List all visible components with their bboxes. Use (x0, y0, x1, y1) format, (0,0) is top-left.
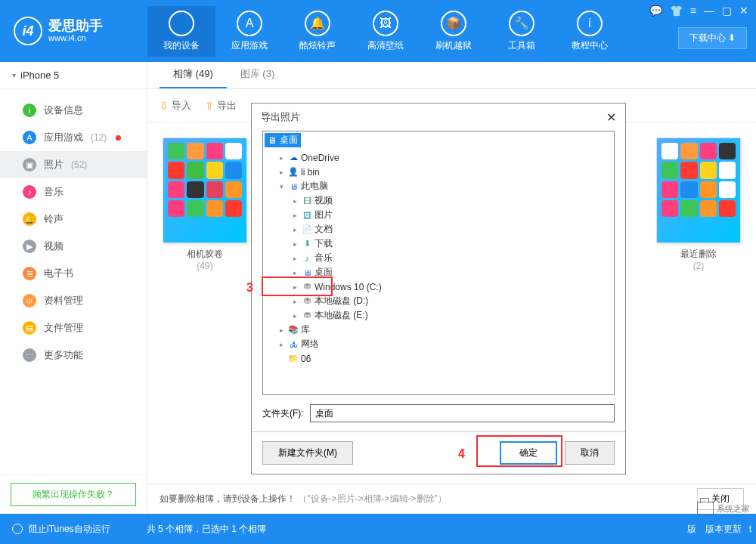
tab-1[interactable]: 图库 (3) (227, 61, 289, 88)
tree-label: 文档 (314, 223, 333, 236)
nav-6[interactable]: i教程中心 (556, 6, 624, 57)
expand-icon[interactable]: ▸ (277, 341, 286, 348)
export-button[interactable]: ⇧导出 (205, 99, 237, 113)
cancel-button[interactable]: 取消 (565, 441, 615, 465)
sidebar-item-5[interactable]: ▶视频 (0, 233, 147, 260)
maximize-icon[interactable]: ▢ (722, 5, 732, 17)
device-selector[interactable]: ▾ iPhone 5 (0, 62, 147, 89)
album-camera-roll[interactable]: 相机胶卷 (49) (160, 138, 250, 468)
tab-0[interactable]: 相簿 (49) (160, 61, 227, 88)
itunes-block-toggle[interactable] (12, 524, 23, 534)
expand-icon[interactable]: ▸ (290, 269, 299, 277)
tree-icon: 🎞 (301, 196, 313, 206)
tree-row-13[interactable]: ▸🖧网络 (263, 337, 614, 351)
tree-row-9[interactable]: ▸⛃Windows 10 (C:) (263, 280, 614, 294)
nav-0[interactable]: 我的设备 (147, 6, 215, 57)
tree-icon: ☁ (287, 153, 299, 163)
sidebar-icon: A (23, 131, 36, 144)
sidebar-item-0[interactable]: i设备信息 (0, 97, 147, 124)
nav-3[interactable]: 🖼高清壁纸 (352, 6, 420, 57)
album-recently-deleted[interactable]: 最近删除 (2) (653, 138, 744, 468)
tree-row-1[interactable]: ▸👤li bin (263, 165, 614, 179)
status-right: 版 版本更新 t (687, 514, 751, 544)
tree-row-3[interactable]: ▸🎞视频 (263, 193, 614, 208)
tree-row-4[interactable]: ▸🖼图片 (263, 208, 614, 222)
content-footer: 如要删除相簿，请到设备上操作！ （"设备->照片->相簿->编辑->删除"） 关… (147, 484, 756, 514)
nav-label: 应用游戏 (215, 39, 284, 52)
tree-row-12[interactable]: ▸📚库 (263, 323, 614, 337)
nav-1[interactable]: A应用游戏 (215, 6, 284, 57)
window-controls: 💬 👕 ≡ — ▢ ✕ (649, 5, 748, 17)
skin-icon[interactable]: 👕 (670, 5, 683, 17)
dialog-close-icon[interactable]: ✕ (606, 110, 616, 125)
sidebar-item-8[interactable]: ▤文件管理 (0, 314, 147, 342)
nav-2[interactable]: 🔔酷炫铃声 (284, 6, 352, 57)
expand-icon[interactable]: ▸ (290, 212, 299, 219)
sidebar-item-7[interactable]: ፨资料管理 (0, 287, 147, 314)
expand-icon[interactable]: ▸ (290, 312, 299, 320)
nav-label: 工具箱 (488, 39, 556, 52)
minimize-icon[interactable]: — (704, 5, 714, 17)
close-icon[interactable]: ✕ (739, 5, 748, 17)
sidebar-icon: ▶ (23, 240, 36, 253)
expand-icon[interactable]: ▸ (277, 168, 286, 176)
chevron-down-icon: ▾ (12, 71, 16, 79)
tree-icon: 🖥 (287, 181, 299, 192)
troubleshoot-button[interactable]: 频繁出现操作失败？ (11, 483, 136, 506)
menu-icon[interactable]: ≡ (690, 5, 696, 17)
status-count: 共 5 个相簿，已选中 1 个相簿 (147, 523, 267, 536)
sidebar-item-2[interactable]: ▣照片(52) (0, 151, 147, 178)
folder-field-label: 文件夹(F): (262, 407, 304, 420)
tree-icon: 🖧 (287, 339, 299, 350)
tree-icon: 📚 (287, 325, 299, 335)
tree-selected-label: 桌面 (280, 134, 298, 147)
feedback-icon[interactable]: 💬 (649, 5, 662, 17)
tree-label: 音乐 (314, 252, 333, 264)
nav-icon: 🖼 (373, 11, 398, 36)
tree-selected-root[interactable]: 🖥 桌面 (265, 133, 301, 147)
version-update[interactable]: 版本更新 (705, 523, 742, 536)
tree-row-5[interactable]: ▸📄文档 (263, 222, 614, 236)
nav-4[interactable]: 📦刷机越狱 (420, 6, 488, 57)
expand-icon[interactable]: ▸ (290, 240, 299, 248)
sidebar-item-4[interactable]: 🔔铃声 (0, 206, 147, 233)
tree-row-10[interactable]: ▸⛃本地磁盘 (D:) (263, 294, 614, 308)
export-label: 导出 (217, 99, 237, 113)
tree-row-0[interactable]: ▸☁OneDrive (263, 150, 614, 165)
sidebar-item-1[interactable]: A应用游戏(12) (0, 124, 147, 151)
tree-label: 本地磁盘 (D:) (314, 295, 368, 308)
tree-row-7[interactable]: ▸♪音乐 (263, 251, 614, 265)
folder-input[interactable] (310, 404, 615, 422)
close-button[interactable]: 关闭 (697, 488, 744, 510)
tree-row-2[interactable]: ▾🖥此电脑 (263, 179, 614, 193)
import-button[interactable]: ⇩导入 (160, 99, 191, 113)
tree-row-14[interactable]: 📁06 (263, 351, 614, 366)
dialog-title: 导出照片 (261, 110, 300, 124)
tree-label: 视频 (314, 194, 333, 207)
expand-icon[interactable]: ▸ (290, 255, 299, 262)
expand-icon[interactable]: ▸ (290, 283, 299, 291)
tree-row-11[interactable]: ▸⛃本地磁盘 (E:) (263, 308, 614, 323)
sidebar-icon: ▤ (23, 321, 36, 335)
nav-5[interactable]: 🔧工具箱 (488, 6, 556, 57)
sidebar-item-9[interactable]: ⋯更多功能 (0, 342, 147, 369)
tree-row-8[interactable]: ▸🖥桌面 (263, 265, 614, 280)
sidebar-item-3[interactable]: ♪音乐 (0, 178, 147, 206)
sidebar-item-6[interactable]: ≣电子书 (0, 260, 147, 287)
ok-button[interactable]: 确定 (500, 441, 557, 465)
expand-icon[interactable]: ▸ (290, 197, 299, 205)
sidebar-label: 音乐 (44, 185, 64, 199)
tree-icon: ♪ (301, 253, 313, 264)
folder-tree[interactable]: 🖥 桌面 ▸☁OneDrive▸👤li bin▾🖥此电脑▸🎞视频▸🖼图片▸📄文档… (262, 131, 615, 395)
download-center-button[interactable]: 下载中心 ⬇ (678, 27, 747, 49)
nav-icon: A (237, 11, 262, 36)
import-icon: ⇩ (160, 100, 169, 112)
nav-icon: 🔔 (305, 11, 330, 36)
expand-icon[interactable]: ▸ (290, 226, 299, 233)
expand-icon[interactable]: ▾ (277, 183, 286, 190)
tree-row-6[interactable]: ▸⬇下载 (263, 236, 614, 251)
expand-icon[interactable]: ▸ (277, 154, 286, 162)
new-folder-button[interactable]: 新建文件夹(M) (262, 441, 353, 465)
expand-icon[interactable]: ▸ (290, 298, 299, 305)
expand-icon[interactable]: ▸ (277, 326, 286, 334)
